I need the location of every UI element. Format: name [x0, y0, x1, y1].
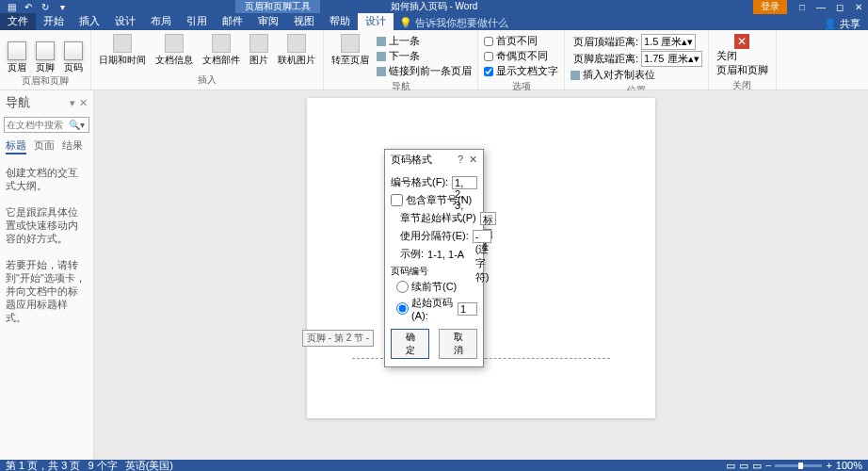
example-label: 示例: — [400, 247, 424, 261]
nav-close-icon[interactable]: ✕ — [79, 97, 88, 109]
nav-tab-pages[interactable]: 页面 — [34, 138, 55, 154]
tab-review[interactable]: 审阅 — [250, 12, 286, 30]
close-icon[interactable]: ✕ — [849, 0, 868, 13]
group-label: 页眉和页脚 — [4, 74, 87, 89]
dialog-title: 页码格式 — [391, 153, 432, 167]
continue-radio[interactable]: 续前节(C) — [396, 280, 477, 294]
online-pictures-button[interactable]: 联机图片 — [274, 32, 319, 67]
start-at-radio[interactable]: 起始页码(A): 1 — [396, 296, 477, 321]
view-print-icon[interactable]: ▭ — [739, 460, 748, 472]
different-first-page-checkbox[interactable]: 首页不同 — [484, 34, 558, 48]
tell-me[interactable]: 💡 告诉我你想要做什么 — [394, 16, 508, 30]
window-controls: 登录 □ — ◻ ✕ — [753, 0, 868, 14]
qat-more-icon[interactable]: ▾ — [56, 1, 68, 12]
bulb-icon: 💡 — [399, 17, 412, 29]
status-words[interactable]: 9 个字 — [88, 459, 117, 472]
next-button[interactable]: 下一条 — [377, 49, 472, 63]
zoom-in-icon[interactable]: + — [826, 460, 831, 471]
status-page[interactable]: 第 1 页，共 3 页 — [6, 459, 80, 472]
maximize-icon[interactable]: ◻ — [830, 0, 849, 13]
ribbon-group-close: ✕ 关闭 页眉和页脚 关闭 — [709, 30, 777, 89]
close-x-icon: ✕ — [734, 34, 749, 49]
goto-header-button[interactable]: 转至页眉 — [328, 32, 373, 67]
number-format-label: 编号格式(F): — [391, 175, 448, 189]
nav-message: 创建文档的交互式大纲。 它是跟踪具体位置或快速移动内容的好方式。 若要开始，请转… — [0, 158, 93, 332]
dialog-close-icon[interactable]: ✕ — [469, 154, 477, 166]
nav-tab-results[interactable]: 结果 — [62, 138, 83, 154]
footer-section-label: 页脚 - 第 2 节 - — [302, 330, 374, 347]
ok-button[interactable]: 确定 — [391, 329, 429, 359]
tab-design[interactable]: 设计 — [107, 12, 143, 30]
contextual-tab-label: 页眉和页脚工具 — [235, 0, 320, 13]
example-value: 1-1, 1-A — [427, 249, 464, 260]
tab-insert[interactable]: 插入 — [72, 12, 107, 30]
close-header-footer-button[interactable]: ✕ 关闭 页眉和页脚 — [713, 32, 772, 79]
zoom-slider[interactable] — [775, 464, 822, 467]
footer-button[interactable]: 页脚 — [32, 32, 58, 74]
separator-combo[interactable]: -(连字符) — [473, 230, 492, 243]
login-button[interactable]: 登录 — [753, 0, 787, 14]
quick-parts-button[interactable]: 文档部件 — [199, 32, 244, 67]
search-icon[interactable]: 🔍▾ — [65, 120, 88, 130]
tab-help[interactable]: 帮助 — [322, 12, 358, 30]
title-bar: ▤ ↶ ↻ ▾ 页眉和页脚工具 如何插入页码 - Word 登录 □ — ◻ ✕ — [0, 0, 868, 13]
cancel-button[interactable]: 取消 — [439, 329, 477, 359]
date-time-button[interactable]: 日期和时间 — [95, 32, 150, 67]
tell-me-label: 告诉我你想要做什么 — [415, 16, 508, 30]
nav-dropdown-icon[interactable]: ▾ — [70, 97, 75, 109]
dialog-titlebar[interactable]: 页码格式 ? ✕ — [385, 150, 483, 170]
header-button[interactable]: 页眉 — [4, 32, 30, 74]
tab-header-footer-design[interactable]: 设计 — [358, 12, 394, 30]
chapter-style-combo[interactable]: 标题 1 — [480, 212, 496, 225]
pictures-button[interactable]: 图片 — [246, 32, 272, 67]
include-chapter-checkbox[interactable]: 包含章节号(N) — [391, 193, 477, 207]
separator-label: 使用分隔符(E): — [400, 229, 469, 243]
view-web-icon[interactable]: ▭ — [752, 460, 762, 472]
save-icon[interactable]: ▤ — [6, 1, 17, 12]
ribbon-group-header-footer: 页眉 页脚 页码 页眉和页脚 — [0, 30, 91, 89]
header-from-top[interactable]: 页眉顶端距离:1.5 厘米 ▴▾ — [571, 34, 702, 50]
quick-access-toolbar: ▤ ↶ ↻ ▾ — [0, 1, 68, 12]
tab-view[interactable]: 视图 — [286, 12, 322, 30]
redo-icon[interactable]: ↻ — [40, 1, 51, 12]
zoom-out-icon[interactable]: − — [765, 460, 771, 471]
status-bar: 第 1 页，共 3 页 9 个字 英语(美国) ▭ ▭ ▭ − + 100% — [0, 460, 868, 471]
insert-alignment-tab-button[interactable]: 插入对齐制表位 — [571, 68, 702, 82]
nav-tabs: 标题 页面 结果 — [0, 135, 93, 158]
tab-file[interactable]: 文件 — [0, 12, 36, 30]
chapter-style-label: 章节起始样式(P) — [400, 211, 476, 225]
share-icon: 👤 — [824, 18, 837, 30]
previous-button[interactable]: 上一条 — [377, 34, 472, 48]
different-odd-even-checkbox[interactable]: 奇偶页不同 — [484, 49, 558, 63]
zoom-level[interactable]: 100% — [836, 460, 862, 471]
nav-search[interactable]: 🔍▾ — [4, 117, 89, 133]
ribbon-options-icon[interactable]: □ — [793, 0, 812, 13]
show-document-text-checkbox[interactable]: 显示文档文字 — [484, 64, 558, 78]
share-label: 共享 — [840, 17, 860, 31]
group-label: 插入 — [95, 73, 319, 88]
tab-layout[interactable]: 布局 — [143, 12, 179, 30]
nav-title: 导航 — [6, 94, 30, 111]
ribbon: 页眉 页脚 页码 页眉和页脚 日期和时间 文档信息 文档部件 图片 联机图片 插… — [0, 30, 868, 90]
footer-from-bottom[interactable]: 页脚底端距离:1.75 厘米 ▴▾ — [571, 51, 702, 67]
number-format-combo[interactable]: 1, 2, 3, ... — [452, 176, 477, 189]
tab-home[interactable]: 开始 — [36, 12, 72, 30]
minimize-icon[interactable]: — — [812, 0, 830, 13]
navigation-pane: 导航 ▾ ✕ 🔍▾ 标题 页面 结果 创建文档的交互式大纲。 它是跟踪具体位置或… — [0, 90, 94, 460]
link-previous-button[interactable]: 链接到前一条页眉 — [377, 64, 472, 78]
undo-icon[interactable]: ↶ — [23, 1, 34, 12]
doc-info-button[interactable]: 文档信息 — [152, 32, 197, 67]
share-button[interactable]: 👤 共享 — [824, 17, 860, 31]
tab-references[interactable]: 引用 — [179, 12, 215, 30]
page-number-button[interactable]: 页码 — [60, 32, 87, 74]
search-input[interactable] — [5, 118, 65, 132]
nav-tab-headings[interactable]: 标题 — [6, 138, 26, 154]
view-read-icon[interactable]: ▭ — [726, 460, 735, 472]
ribbon-group-navigation: 转至页眉 上一条 下一条 链接到前一条页眉 导航 — [324, 30, 478, 89]
ribbon-group-options: 首页不同 奇偶页不同 显示文档文字 选项 — [478, 30, 565, 89]
menu-bar: 文件 开始 插入 设计 布局 引用 邮件 审阅 视图 帮助 设计 💡 告诉我你想… — [0, 13, 868, 30]
tab-mailings[interactable]: 邮件 — [215, 12, 250, 30]
dialog-help-icon[interactable]: ? — [458, 154, 463, 166]
start-at-spinner[interactable]: 1 — [458, 302, 477, 316]
status-language[interactable]: 英语(美国) — [125, 459, 173, 472]
